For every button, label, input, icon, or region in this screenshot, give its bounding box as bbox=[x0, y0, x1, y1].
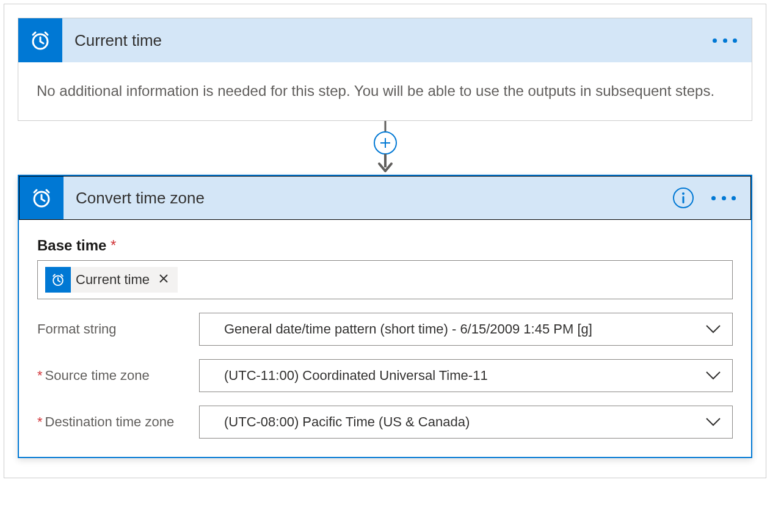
clock-icon bbox=[45, 267, 71, 293]
format-string-row: Format string General date/time pattern … bbox=[37, 313, 733, 346]
base-time-input[interactable]: Current time bbox=[37, 260, 733, 299]
svg-rect-8 bbox=[683, 196, 685, 203]
base-time-label: Base time * bbox=[37, 237, 733, 254]
step-convert-timezone-body: Base time * Current time bbox=[19, 220, 751, 457]
step-current-time-body: No additional information is needed for … bbox=[18, 62, 752, 120]
base-time-token[interactable]: Current time bbox=[45, 267, 178, 293]
format-string-label: Format string bbox=[37, 321, 199, 337]
source-timezone-select[interactable]: (UTC-11:00) Coordinated Universal Time-1… bbox=[199, 359, 733, 392]
clock-icon bbox=[20, 177, 64, 219]
flow-canvas: Current time No additional information i… bbox=[4, 4, 766, 478]
source-timezone-label: *Source time zone bbox=[37, 368, 199, 384]
info-icon[interactable] bbox=[672, 187, 694, 209]
more-menu-icon[interactable] bbox=[713, 38, 737, 43]
destination-timezone-value: (UTC-08:00) Pacific Time (US & Canada) bbox=[224, 414, 470, 430]
format-string-select[interactable]: General date/time pattern (short time) -… bbox=[199, 313, 733, 346]
destination-timezone-select[interactable]: (UTC-08:00) Pacific Time (US & Canada) bbox=[199, 406, 733, 439]
chevron-down-icon bbox=[705, 371, 721, 381]
step-convert-timezone-header[interactable]: Convert time zone bbox=[19, 176, 751, 220]
flow-connector bbox=[18, 121, 752, 175]
step-current-time-info: No additional information is needed for … bbox=[37, 79, 733, 102]
format-string-value: General date/time pattern (short time) -… bbox=[224, 321, 592, 337]
step-convert-timezone-title: Convert time zone bbox=[64, 177, 658, 219]
source-timezone-value: (UTC-11:00) Coordinated Universal Time-1… bbox=[224, 368, 488, 384]
source-timezone-row: *Source time zone (UTC-11:00) Coordinate… bbox=[37, 359, 733, 392]
destination-timezone-label: *Destination time zone bbox=[37, 414, 199, 430]
remove-token-icon[interactable] bbox=[156, 272, 172, 288]
step-current-time-title: Current time bbox=[62, 18, 698, 62]
svg-point-7 bbox=[682, 192, 685, 195]
base-time-token-label: Current time bbox=[76, 272, 150, 288]
clock-icon bbox=[18, 18, 62, 62]
destination-timezone-row: *Destination time zone (UTC-08:00) Pacif… bbox=[37, 406, 733, 439]
step-convert-timezone-card: Convert time zone Base time * bbox=[18, 175, 752, 458]
chevron-down-icon bbox=[705, 324, 721, 334]
chevron-down-icon bbox=[705, 417, 721, 427]
step-current-time-card: Current time No additional information i… bbox=[18, 18, 752, 121]
more-menu-icon[interactable] bbox=[711, 196, 736, 200]
step-current-time-header[interactable]: Current time bbox=[18, 18, 752, 62]
